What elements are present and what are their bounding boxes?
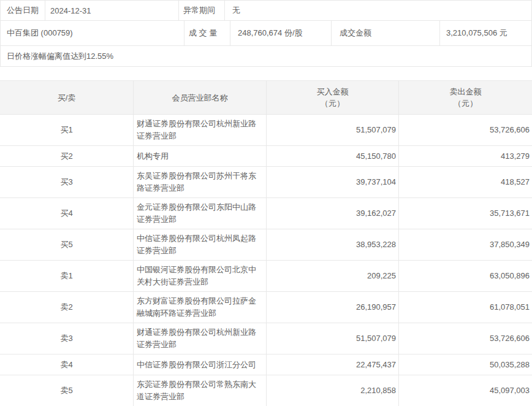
- branch-cell: 财通证券股份有限公司杭州新业路证券营业部: [134, 323, 267, 354]
- buy-amount-cell: 45,150,780: [267, 146, 399, 166]
- rank-cell: 买1: [0, 115, 134, 145]
- rank-cell: 买3: [0, 167, 134, 197]
- table-row: 买1 财通证券股份有限公司杭州新业路证券营业部 51,507,079 53,72…: [0, 115, 532, 146]
- table-body: 买1 财通证券股份有限公司杭州新业路证券营业部 51,507,079 53,72…: [0, 115, 532, 406]
- rank-cell: 卖5: [0, 375, 134, 406]
- table-header: 买/卖 会员营业部名称 买入金额 （元） 卖出金额 （元）: [0, 81, 532, 115]
- turnover-value: 3,210,075,506 元: [440, 21, 531, 45]
- sell-amount-cell: 45,097,003: [399, 375, 532, 406]
- table-row: 卖4 中信证券股份有限公司浙江分公司 22,475,437 50,035,288: [0, 354, 532, 375]
- rank-cell: 买4: [0, 198, 134, 229]
- volume-value: 248,760,674 份/股: [230, 21, 332, 45]
- buy-amount-cell: 51,507,079: [267, 115, 399, 145]
- summary-row-dates: 公告日期 2024-12-31 异常期间 无: [1, 1, 531, 20]
- buy-amount-cell: 39,737,104: [267, 167, 399, 197]
- buy-amount-cell: 209,225: [267, 261, 399, 291]
- header-sell-amount-title: 卖出金额: [450, 86, 482, 98]
- sell-amount-cell: 418,527: [399, 167, 532, 197]
- volume-label: 成 交 量: [184, 21, 230, 45]
- table-row: 卖3 财通证券股份有限公司杭州新业路证券营业部 51,507,079 53,72…: [0, 323, 532, 354]
- header-sell-amount-unit: （元）: [454, 98, 477, 109]
- branch-cell: 东吴证券股份有限公司苏州干将东路证券营业部: [134, 167, 267, 197]
- summary-panel: 公告日期 2024-12-31 异常期间 无 中百集团 (000759) 成 交…: [0, 0, 532, 67]
- header-sell-amount: 卖出金额 （元）: [399, 81, 532, 114]
- rank-cell: 买2: [0, 146, 134, 166]
- sell-amount-cell: 37,850,349: [399, 229, 532, 260]
- header-branch: 会员营业部名称: [134, 81, 267, 114]
- buy-amount-cell: 39,162,027: [267, 198, 399, 229]
- summary-row-stock: 中百集团 (000759) 成 交 量 248,760,674 份/股 成交金额…: [1, 20, 531, 45]
- table-row: 买4 金元证券股份有限公司东阳中山路证券营业部 39,162,027 35,71…: [0, 198, 532, 229]
- broker-table: 买/卖 会员营业部名称 买入金额 （元） 卖出金额 （元） 买1 财通证券股份有…: [0, 80, 532, 406]
- rank-cell: 买5: [0, 229, 134, 260]
- buy-amount-cell: 22,475,437: [267, 354, 399, 375]
- header-buy-amount-title: 买入金额: [317, 86, 349, 98]
- announce-date-value: 2024-12-31: [45, 1, 179, 20]
- buy-amount-cell: 26,190,957: [267, 292, 399, 323]
- sell-amount-cell: 63,050,896: [399, 261, 532, 291]
- rank-cell: 卖1: [0, 261, 134, 291]
- branch-cell: 财通证券股份有限公司杭州新业路证券营业部: [134, 115, 267, 145]
- abnormal-period-value: 无: [225, 1, 531, 20]
- branch-cell: 中信证券股份有限公司浙江分公司: [134, 354, 267, 375]
- table-row: 买2 机构专用 45,150,780 413,279: [0, 146, 532, 167]
- sell-amount-cell: 53,726,606: [399, 323, 532, 354]
- branch-cell: 中国银河证券股份有限公司北京中关村大街证券营业部: [134, 261, 267, 291]
- deviation-note: 日价格涨幅偏离值达到12.55%: [1, 46, 531, 66]
- buy-amount-cell: 2,210,858: [267, 375, 399, 406]
- summary-row-reason: 日价格涨幅偏离值达到12.55%: [1, 45, 531, 66]
- abnormal-period-label: 异常期间: [179, 1, 225, 20]
- buy-amount-cell: 38,953,228: [267, 229, 399, 260]
- header-buy-amount: 买入金额 （元）: [267, 81, 399, 114]
- rank-cell: 卖2: [0, 292, 134, 323]
- table-row: 买5 中信证券股份有限公司杭州凤起路证券营业部 38,953,228 37,85…: [0, 229, 532, 261]
- branch-cell: 金元证券股份有限公司东阳中山路证券营业部: [134, 198, 267, 229]
- header-buy-amount-unit: （元）: [321, 98, 344, 109]
- rank-cell: 卖3: [0, 323, 134, 354]
- branch-cell: 东莞证券股份有限公司常熟东南大道证券营业部: [134, 375, 267, 406]
- turnover-label: 成交金额: [332, 21, 440, 45]
- branch-cell: 机构专用: [134, 146, 267, 166]
- sell-amount-cell: 35,713,671: [399, 198, 532, 229]
- sell-amount-cell: 50,035,288: [399, 354, 532, 375]
- table-row: 卖5 东莞证券股份有限公司常熟东南大道证券营业部 2,210,858 45,09…: [0, 375, 532, 406]
- sell-amount-cell: 61,078,051: [399, 292, 532, 323]
- sell-amount-cell: 53,726,606: [399, 115, 532, 145]
- rank-cell: 卖4: [0, 354, 134, 375]
- table-row: 买3 东吴证券股份有限公司苏州干将东路证券营业部 39,737,104 418,…: [0, 167, 532, 198]
- table-row: 卖2 东方财富证券股份有限公司拉萨金融城南环路证券营业部 26,190,957 …: [0, 292, 532, 323]
- announce-date-label: 公告日期: [1, 1, 45, 20]
- table-row: 卖1 中国银河证券股份有限公司北京中关村大街证券营业部 209,225 63,0…: [0, 261, 532, 292]
- buy-amount-cell: 51,507,079: [267, 323, 399, 354]
- sell-amount-cell: 413,279: [399, 146, 532, 166]
- branch-cell: 东方财富证券股份有限公司拉萨金融城南环路证券营业部: [134, 292, 267, 323]
- header-side: 买/卖: [0, 81, 134, 114]
- branch-cell: 中信证券股份有限公司杭州凤起路证券营业部: [134, 229, 267, 260]
- stock-name: 中百集团 (000759): [1, 21, 184, 45]
